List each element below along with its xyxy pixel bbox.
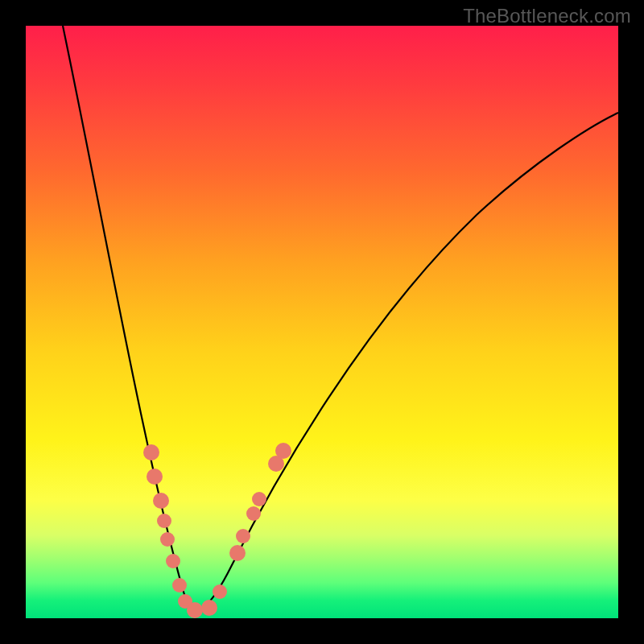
data-marker bbox=[229, 545, 246, 561]
data-marker bbox=[143, 444, 159, 460]
plot-area bbox=[26, 26, 618, 618]
chart-svg bbox=[26, 26, 618, 618]
data-marker bbox=[166, 554, 180, 568]
data-marker bbox=[160, 532, 175, 547]
data-marker bbox=[153, 493, 169, 509]
data-marker bbox=[201, 600, 217, 616]
bottleneck-curve-right bbox=[196, 113, 618, 611]
chart-frame: TheBottleneck.com bbox=[0, 0, 644, 644]
data-marker bbox=[246, 506, 261, 521]
data-marker bbox=[275, 443, 291, 459]
watermark-text: TheBottleneck.com bbox=[463, 5, 631, 27]
data-marker bbox=[172, 578, 187, 592]
data-marker bbox=[252, 492, 266, 506]
data-marker bbox=[236, 529, 250, 543]
bottleneck-curve-left bbox=[63, 26, 196, 611]
data-marker bbox=[213, 584, 227, 599]
marker-layer bbox=[143, 443, 291, 618]
data-marker bbox=[157, 514, 171, 528]
data-marker bbox=[147, 469, 163, 485]
data-marker bbox=[187, 602, 203, 618]
